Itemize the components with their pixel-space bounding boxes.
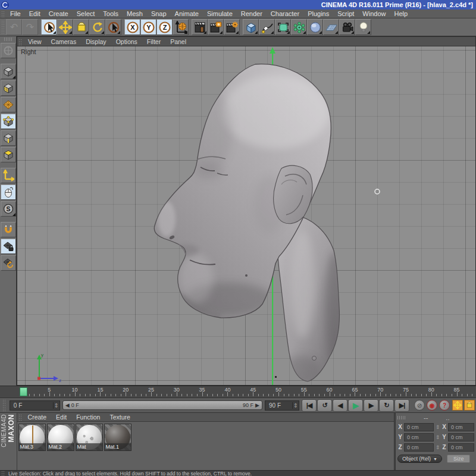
rangebar-grip[interactable] — [2, 399, 6, 411]
position-input[interactable]: 0 cm — [404, 443, 434, 452]
object-axis-mode-button[interactable] — [1, 168, 16, 183]
size-input[interactable]: 0 cm — [448, 433, 474, 441]
make-editable-button[interactable] — [1, 43, 16, 58]
subdivision-surface-button[interactable] — [275, 19, 291, 35]
viewport-menu-item[interactable]: Panel — [165, 38, 191, 45]
current-frame-spinner[interactable]: ⇕ — [53, 402, 60, 409]
record-button[interactable]: ⊘ — [414, 400, 425, 411]
deformers-button[interactable] — [307, 19, 323, 35]
texture-mode-button[interactable] — [1, 80, 16, 96]
viewport-menu-item[interactable]: Cameras — [46, 38, 82, 45]
axis-lock-button[interactable]: Z — [156, 19, 173, 35]
camera-button[interactable] — [339, 19, 355, 35]
viewport-canvas[interactable]: Right — [17, 46, 475, 385]
menu-item[interactable]: Mesh — [123, 10, 147, 17]
current-frame-input[interactable]: 0 F ⇕ — [10, 400, 60, 411]
material-menu-item[interactable]: Create — [23, 414, 52, 421]
menu-grip[interactable] — [1, 10, 5, 17]
workplane-lock-button[interactable] — [1, 239, 16, 254]
position-spinner[interactable]: ⇕ — [435, 434, 440, 440]
material-thumbnail[interactable]: Mat.1 — [104, 424, 131, 451]
position-spinner[interactable]: ⇕ — [435, 444, 440, 450]
scale-button[interactable] — [73, 19, 89, 35]
undo-button[interactable]: ↶ — [6, 19, 22, 35]
menu-item[interactable]: Script — [333, 10, 358, 17]
material-thumbnail[interactable]: Mat.2 — [47, 424, 74, 451]
material-menu-item[interactable]: Function — [71, 414, 105, 421]
menu-item[interactable]: Render — [237, 10, 267, 17]
move-button[interactable] — [57, 19, 73, 35]
menu-item[interactable]: Simulate — [203, 10, 237, 17]
viewport-menu-grip[interactable] — [18, 38, 22, 45]
generators-button[interactable] — [291, 19, 307, 35]
magnet-snap-button[interactable] — [1, 222, 16, 237]
material-thumbnail[interactable]: Mat.3 — [18, 424, 46, 451]
prev-frame-button[interactable]: ◀ — [333, 399, 347, 412]
viewport-menu-item[interactable]: Display — [81, 38, 111, 45]
menu-item[interactable]: Animate — [171, 10, 203, 17]
material-thumbnail[interactable]: Mat — [76, 424, 103, 451]
material-menu-item[interactable]: Edit — [51, 414, 71, 421]
playhead-handle[interactable] — [20, 387, 27, 396]
last-tool-button[interactable] — [105, 19, 121, 35]
toolbar-grip[interactable] — [1, 20, 5, 34]
redo-button[interactable]: ↷ — [22, 19, 38, 35]
next-frame-button[interactable]: ▶ — [364, 399, 378, 412]
menu-item[interactable]: Tools — [99, 10, 123, 17]
coordinate-system-button[interactable] — [173, 19, 189, 35]
preview-range-slider[interactable]: ◀0 F 90 F▶ — [62, 400, 262, 410]
size-input[interactable]: 0 cm — [448, 423, 474, 431]
key-position-toggle[interactable] — [452, 400, 463, 411]
size-input[interactable]: 0 cm — [448, 443, 474, 452]
light-button[interactable] — [355, 19, 371, 35]
axis-lock-button[interactable]: X — [124, 19, 140, 35]
position-spinner[interactable]: ⇕ — [435, 424, 440, 430]
workplane-align-button[interactable] — [1, 255, 16, 271]
axis-lock-button[interactable]: Y — [140, 19, 156, 35]
goto-start-button[interactable]: |◀ — [302, 399, 317, 412]
render-view-button[interactable] — [192, 19, 208, 35]
end-frame-input[interactable]: 90 F ⇕ — [265, 400, 299, 411]
add-cube-button[interactable] — [243, 19, 259, 35]
menu-item[interactable]: Create — [45, 10, 73, 17]
range-end-handle[interactable]: 90 F▶ — [243, 402, 259, 408]
prev-key-button[interactable]: ↺ — [317, 399, 332, 412]
polygons-mode-button[interactable] — [1, 147, 16, 162]
menu-item[interactable]: File — [6, 10, 25, 17]
model-mode-button[interactable] — [1, 64, 16, 79]
menu-item[interactable]: Help — [390, 10, 412, 17]
render-picture-viewer-button[interactable] — [208, 19, 224, 35]
workplane-mode-button[interactable] — [1, 97, 16, 112]
end-frame-spinner[interactable]: ⇕ — [292, 402, 299, 409]
tweak-mode-button[interactable] — [1, 184, 16, 200]
snap-toggle-button[interactable]: S — [1, 201, 16, 217]
position-input[interactable]: 0 cm — [404, 423, 434, 431]
coordinates-grip[interactable] — [397, 416, 406, 419]
menu-item[interactable]: Plugins — [303, 10, 333, 17]
menu-item[interactable]: Snap — [147, 10, 171, 17]
position-input[interactable]: 0 cm — [404, 433, 434, 441]
play-button[interactable]: ▶ — [348, 399, 363, 412]
timeline-ruler[interactable]: 0510152025303540455055606570758085 — [0, 386, 476, 397]
object-center-handle[interactable] — [375, 189, 380, 194]
rotate-button[interactable] — [89, 19, 105, 35]
help-button[interactable]: ? — [439, 400, 450, 411]
menu-item[interactable]: Select — [73, 10, 99, 17]
menu-item[interactable]: Character — [267, 10, 303, 17]
title-bar[interactable]: CINEMA 4D R16.011 Prime (R16) - [hlava_2… — [0, 0, 476, 10]
coordinate-mode-dropdown[interactable]: Object (Rel)▼ — [397, 455, 442, 463]
edges-mode-button[interactable] — [1, 130, 16, 146]
material-menu-item[interactable]: Texture — [105, 414, 134, 421]
size-mode-button[interactable]: Size — [447, 455, 471, 463]
menu-item[interactable]: Window — [358, 10, 390, 17]
next-key-button[interactable]: ↻ — [379, 399, 394, 412]
environment-button[interactable] — [323, 19, 339, 35]
range-start-handle[interactable]: ◀0 F — [65, 402, 79, 408]
viewport-menu-item[interactable]: Options — [111, 38, 142, 45]
render-settings-button[interactable] — [224, 19, 240, 35]
live-selection-button[interactable] — [41, 19, 57, 35]
material-menu-grip[interactable] — [18, 414, 22, 420]
menu-item[interactable]: Edit — [25, 10, 45, 17]
viewport-menu-item[interactable]: View — [23, 38, 46, 45]
autokey-button[interactable]: ◉ — [427, 400, 437, 411]
